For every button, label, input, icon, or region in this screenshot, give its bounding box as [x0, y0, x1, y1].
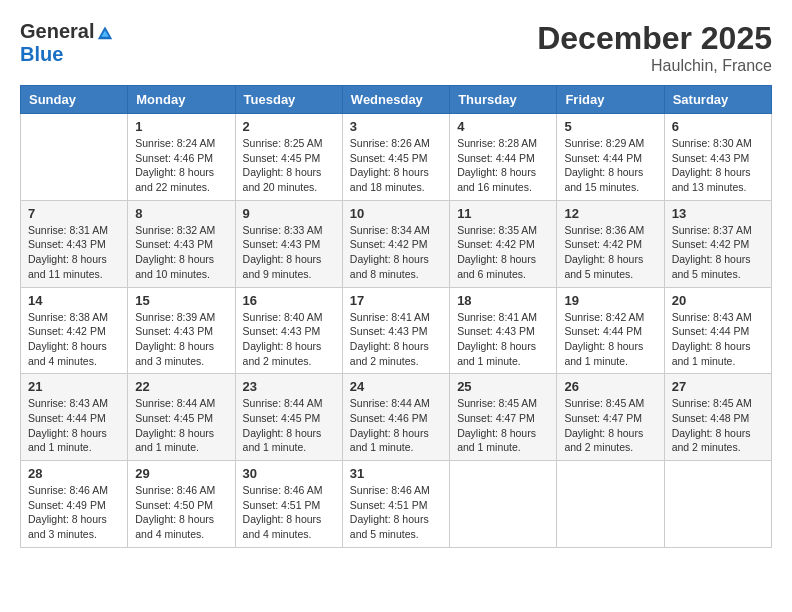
day-info: Sunrise: 8:26 AMSunset: 4:45 PMDaylight:…	[350, 136, 442, 195]
calendar-cell: 3Sunrise: 8:26 AMSunset: 4:45 PMDaylight…	[342, 114, 449, 201]
day-number: 30	[243, 466, 335, 481]
day-info: Sunrise: 8:41 AMSunset: 4:43 PMDaylight:…	[350, 310, 442, 369]
day-of-week-header: Thursday	[450, 86, 557, 114]
calendar-cell: 26Sunrise: 8:45 AMSunset: 4:47 PMDayligh…	[557, 374, 664, 461]
page-header: General Blue December 2025 Haulchin, Fra…	[20, 20, 772, 75]
day-number: 23	[243, 379, 335, 394]
day-info: Sunrise: 8:38 AMSunset: 4:42 PMDaylight:…	[28, 310, 120, 369]
day-number: 18	[457, 293, 549, 308]
day-number: 3	[350, 119, 442, 134]
day-info: Sunrise: 8:36 AMSunset: 4:42 PMDaylight:…	[564, 223, 656, 282]
day-info: Sunrise: 8:28 AMSunset: 4:44 PMDaylight:…	[457, 136, 549, 195]
day-info: Sunrise: 8:45 AMSunset: 4:47 PMDaylight:…	[457, 396, 549, 455]
day-info: Sunrise: 8:44 AMSunset: 4:45 PMDaylight:…	[135, 396, 227, 455]
day-of-week-header: Tuesday	[235, 86, 342, 114]
calendar-cell: 22Sunrise: 8:44 AMSunset: 4:45 PMDayligh…	[128, 374, 235, 461]
day-number: 31	[350, 466, 442, 481]
day-number: 12	[564, 206, 656, 221]
calendar-cell	[21, 114, 128, 201]
day-of-week-header: Saturday	[664, 86, 771, 114]
day-number: 17	[350, 293, 442, 308]
day-info: Sunrise: 8:37 AMSunset: 4:42 PMDaylight:…	[672, 223, 764, 282]
day-info: Sunrise: 8:44 AMSunset: 4:46 PMDaylight:…	[350, 396, 442, 455]
day-number: 10	[350, 206, 442, 221]
day-number: 4	[457, 119, 549, 134]
day-number: 28	[28, 466, 120, 481]
calendar-cell: 24Sunrise: 8:44 AMSunset: 4:46 PMDayligh…	[342, 374, 449, 461]
day-info: Sunrise: 8:46 AMSunset: 4:49 PMDaylight:…	[28, 483, 120, 542]
day-info: Sunrise: 8:46 AMSunset: 4:51 PMDaylight:…	[350, 483, 442, 542]
month-title: December 2025	[537, 20, 772, 57]
calendar-table: SundayMondayTuesdayWednesdayThursdayFrid…	[20, 85, 772, 548]
day-info: Sunrise: 8:44 AMSunset: 4:45 PMDaylight:…	[243, 396, 335, 455]
title-block: December 2025 Haulchin, France	[537, 20, 772, 75]
day-number: 13	[672, 206, 764, 221]
calendar-cell: 25Sunrise: 8:45 AMSunset: 4:47 PMDayligh…	[450, 374, 557, 461]
day-number: 14	[28, 293, 120, 308]
day-number: 27	[672, 379, 764, 394]
day-number: 8	[135, 206, 227, 221]
calendar-cell: 15Sunrise: 8:39 AMSunset: 4:43 PMDayligh…	[128, 287, 235, 374]
day-info: Sunrise: 8:33 AMSunset: 4:43 PMDaylight:…	[243, 223, 335, 282]
day-info: Sunrise: 8:45 AMSunset: 4:47 PMDaylight:…	[564, 396, 656, 455]
day-info: Sunrise: 8:41 AMSunset: 4:43 PMDaylight:…	[457, 310, 549, 369]
calendar-cell: 28Sunrise: 8:46 AMSunset: 4:49 PMDayligh…	[21, 461, 128, 548]
logo-icon	[96, 23, 114, 41]
day-number: 7	[28, 206, 120, 221]
day-info: Sunrise: 8:43 AMSunset: 4:44 PMDaylight:…	[672, 310, 764, 369]
day-info: Sunrise: 8:25 AMSunset: 4:45 PMDaylight:…	[243, 136, 335, 195]
logo-blue-text: Blue	[20, 43, 114, 66]
calendar-cell: 1Sunrise: 8:24 AMSunset: 4:46 PMDaylight…	[128, 114, 235, 201]
day-number: 24	[350, 379, 442, 394]
calendar-week-row: 14Sunrise: 8:38 AMSunset: 4:42 PMDayligh…	[21, 287, 772, 374]
calendar-week-row: 28Sunrise: 8:46 AMSunset: 4:49 PMDayligh…	[21, 461, 772, 548]
calendar-cell: 16Sunrise: 8:40 AMSunset: 4:43 PMDayligh…	[235, 287, 342, 374]
calendar-cell: 18Sunrise: 8:41 AMSunset: 4:43 PMDayligh…	[450, 287, 557, 374]
calendar-cell: 20Sunrise: 8:43 AMSunset: 4:44 PMDayligh…	[664, 287, 771, 374]
calendar-cell: 21Sunrise: 8:43 AMSunset: 4:44 PMDayligh…	[21, 374, 128, 461]
day-info: Sunrise: 8:29 AMSunset: 4:44 PMDaylight:…	[564, 136, 656, 195]
day-of-week-header: Sunday	[21, 86, 128, 114]
day-of-week-header: Monday	[128, 86, 235, 114]
day-info: Sunrise: 8:43 AMSunset: 4:44 PMDaylight:…	[28, 396, 120, 455]
calendar-week-row: 7Sunrise: 8:31 AMSunset: 4:43 PMDaylight…	[21, 200, 772, 287]
day-info: Sunrise: 8:39 AMSunset: 4:43 PMDaylight:…	[135, 310, 227, 369]
day-number: 11	[457, 206, 549, 221]
calendar-cell: 31Sunrise: 8:46 AMSunset: 4:51 PMDayligh…	[342, 461, 449, 548]
calendar-cell: 9Sunrise: 8:33 AMSunset: 4:43 PMDaylight…	[235, 200, 342, 287]
day-info: Sunrise: 8:46 AMSunset: 4:51 PMDaylight:…	[243, 483, 335, 542]
day-number: 5	[564, 119, 656, 134]
day-number: 19	[564, 293, 656, 308]
day-info: Sunrise: 8:46 AMSunset: 4:50 PMDaylight:…	[135, 483, 227, 542]
calendar-cell: 6Sunrise: 8:30 AMSunset: 4:43 PMDaylight…	[664, 114, 771, 201]
calendar-cell: 2Sunrise: 8:25 AMSunset: 4:45 PMDaylight…	[235, 114, 342, 201]
calendar-header-row: SundayMondayTuesdayWednesdayThursdayFrid…	[21, 86, 772, 114]
calendar-week-row: 21Sunrise: 8:43 AMSunset: 4:44 PMDayligh…	[21, 374, 772, 461]
calendar-cell: 29Sunrise: 8:46 AMSunset: 4:50 PMDayligh…	[128, 461, 235, 548]
calendar-cell: 10Sunrise: 8:34 AMSunset: 4:42 PMDayligh…	[342, 200, 449, 287]
logo-general-text: General	[20, 20, 94, 43]
calendar-week-row: 1Sunrise: 8:24 AMSunset: 4:46 PMDaylight…	[21, 114, 772, 201]
day-number: 15	[135, 293, 227, 308]
day-info: Sunrise: 8:24 AMSunset: 4:46 PMDaylight:…	[135, 136, 227, 195]
calendar-cell: 12Sunrise: 8:36 AMSunset: 4:42 PMDayligh…	[557, 200, 664, 287]
logo: General Blue	[20, 20, 114, 66]
day-info: Sunrise: 8:42 AMSunset: 4:44 PMDaylight:…	[564, 310, 656, 369]
calendar-cell: 13Sunrise: 8:37 AMSunset: 4:42 PMDayligh…	[664, 200, 771, 287]
calendar-cell: 4Sunrise: 8:28 AMSunset: 4:44 PMDaylight…	[450, 114, 557, 201]
day-info: Sunrise: 8:45 AMSunset: 4:48 PMDaylight:…	[672, 396, 764, 455]
calendar-cell: 30Sunrise: 8:46 AMSunset: 4:51 PMDayligh…	[235, 461, 342, 548]
calendar-cell: 5Sunrise: 8:29 AMSunset: 4:44 PMDaylight…	[557, 114, 664, 201]
day-info: Sunrise: 8:31 AMSunset: 4:43 PMDaylight:…	[28, 223, 120, 282]
day-number: 2	[243, 119, 335, 134]
day-info: Sunrise: 8:34 AMSunset: 4:42 PMDaylight:…	[350, 223, 442, 282]
day-number: 16	[243, 293, 335, 308]
day-number: 26	[564, 379, 656, 394]
day-number: 25	[457, 379, 549, 394]
day-info: Sunrise: 8:30 AMSunset: 4:43 PMDaylight:…	[672, 136, 764, 195]
calendar-cell	[450, 461, 557, 548]
location-subtitle: Haulchin, France	[537, 57, 772, 75]
day-info: Sunrise: 8:40 AMSunset: 4:43 PMDaylight:…	[243, 310, 335, 369]
calendar-cell: 11Sunrise: 8:35 AMSunset: 4:42 PMDayligh…	[450, 200, 557, 287]
day-info: Sunrise: 8:35 AMSunset: 4:42 PMDaylight:…	[457, 223, 549, 282]
